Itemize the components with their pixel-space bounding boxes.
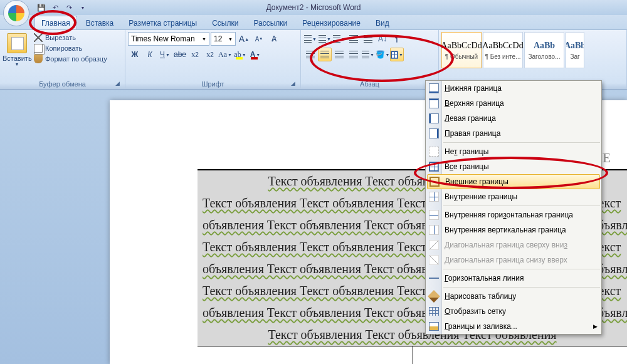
numbering-icon <box>319 35 326 43</box>
border-inside-icon <box>429 192 439 202</box>
font-size-combo[interactable]: 12▼ <box>211 32 236 46</box>
grow-font-button[interactable]: A▲ <box>237 32 251 46</box>
group-label-paragraph: Абзац◢ <box>303 79 436 89</box>
menu-border-all[interactable]: Все границы <box>426 159 601 174</box>
paste-label: Вставить <box>3 55 31 62</box>
border-diag-up-icon <box>429 255 439 265</box>
border-bottom-icon <box>429 83 439 93</box>
tab-review[interactable]: Рецензирование <box>296 16 367 29</box>
clipboard-dialog-launcher[interactable]: ◢ <box>113 80 121 88</box>
redo-icon[interactable]: ↷ <box>64 3 74 13</box>
qat-customize-icon[interactable]: ▼ <box>78 3 88 13</box>
menu-view-gridlines[interactable]: Отобразить сетку <box>426 304 601 319</box>
paste-icon <box>7 33 27 53</box>
increase-indent-button[interactable] <box>361 32 375 46</box>
menu-separator <box>443 269 600 269</box>
highlight-button[interactable]: ab▼ <box>233 48 247 61</box>
align-center-icon <box>320 51 329 58</box>
subscript-button[interactable]: x2 <box>188 48 202 61</box>
cut-button[interactable]: Вырезать <box>34 33 107 42</box>
justify-button[interactable] <box>347 48 361 61</box>
group-label-clipboard: Буфер обмена◢ <box>3 79 122 89</box>
shading-button[interactable]: 🪣▼ <box>376 48 389 61</box>
line-spacing-icon <box>362 51 369 58</box>
menu-border-none[interactable]: Нет границы <box>426 144 601 159</box>
menu-separator <box>443 205 600 206</box>
tab-mailings[interactable]: Рассылки <box>247 16 293 29</box>
ribbon-tabs: Главная Вставка Разметка страницы Ссылки… <box>0 15 627 30</box>
cut-icon <box>34 33 43 42</box>
style-no-spacing[interactable]: AaBbCcDd¶ Без инте... <box>483 32 523 68</box>
menu-border-inside-v[interactable]: Внутренняя вертикальная граница <box>426 222 601 237</box>
numbering-button[interactable]: ▼ <box>318 32 332 46</box>
outdent-icon <box>349 35 358 43</box>
font-dialog-launcher[interactable]: ◢ <box>289 80 297 88</box>
border-left-icon <box>429 113 439 123</box>
copy-icon <box>34 44 43 53</box>
format-painter-button[interactable]: Формат по образцу <box>34 55 107 63</box>
paste-button[interactable]: Вставить ▼ <box>3 32 31 66</box>
menu-border-diag-down: Диагональная граница сверху вниз <box>426 237 601 252</box>
tab-references[interactable]: Ссылки <box>206 16 245 29</box>
align-center-button[interactable] <box>318 48 332 61</box>
group-label-font: Шрифт◢ <box>128 79 298 89</box>
underline-button[interactable]: Ч▼ <box>158 48 172 61</box>
borders-button[interactable]: ▼ <box>390 48 404 61</box>
align-left-icon <box>306 51 315 58</box>
decrease-indent-button[interactable] <box>347 32 361 46</box>
grid-icon <box>429 307 439 316</box>
menu-border-top[interactable]: Верхняя граница <box>426 96 601 111</box>
window-title: Документ2 - Microsoft Word <box>266 3 361 12</box>
menu-border-inside[interactable]: Внутренние границы <box>426 189 601 204</box>
style-heading1[interactable]: AaBbЗаголово... <box>524 32 564 68</box>
menu-border-right[interactable]: Правая граница <box>426 126 601 141</box>
bullets-button[interactable]: ▼ <box>303 32 317 46</box>
font-name-combo[interactable]: Times New Roman▼ <box>128 32 209 46</box>
office-button[interactable] <box>3 0 29 26</box>
tab-view[interactable]: Вид <box>369 16 396 29</box>
italic-button[interactable]: К <box>143 48 157 61</box>
menu-draw-table[interactable]: Нарисовать таблицу <box>426 289 601 304</box>
hline-icon <box>429 278 439 279</box>
show-marks-button[interactable]: ¶ <box>390 32 404 46</box>
borders-icon <box>391 51 398 59</box>
align-left-button[interactable] <box>303 48 317 61</box>
align-right-button[interactable] <box>332 48 346 61</box>
menu-border-outside[interactable]: Внешние границы <box>427 174 600 189</box>
border-inside-h-icon <box>429 210 439 220</box>
office-logo-icon <box>8 5 24 21</box>
shrink-font-button[interactable]: A▼ <box>252 32 266 46</box>
align-right-icon <box>335 51 344 58</box>
save-icon[interactable]: 💾 <box>36 3 46 13</box>
border-right-icon <box>429 128 439 138</box>
menu-border-left[interactable]: Левая граница <box>426 111 601 126</box>
sort-button[interactable]: A↓ <box>376 32 389 46</box>
border-top-icon <box>429 98 439 108</box>
menu-separator <box>443 287 600 288</box>
multilevel-list-button[interactable]: ▼ <box>332 32 346 46</box>
font-color-button[interactable]: A▼ <box>248 48 262 61</box>
brush-icon <box>34 55 43 63</box>
clear-formatting-button[interactable]: A̷ <box>267 32 281 46</box>
menu-borders-and-shading[interactable]: Границы и заливка...▶ <box>426 319 601 334</box>
style-heading2[interactable]: AaBbЗаг <box>566 32 584 68</box>
tab-page-layout[interactable]: Разметка страницы <box>122 16 203 29</box>
menu-border-inside-h[interactable]: Внутренняя горизонтальная граница <box>426 207 601 222</box>
change-case-button[interactable]: Aa▼ <box>218 48 232 61</box>
border-all-icon <box>429 162 439 172</box>
line-spacing-button[interactable]: ▼ <box>361 48 375 61</box>
menu-horizontal-line[interactable]: Горизонтальная линия <box>426 271 601 286</box>
menu-border-diag-up: Диагональная граница снизу вверх <box>426 252 601 268</box>
undo-icon[interactable]: ↶ <box>50 3 60 13</box>
style-normal[interactable]: AaBbCcDd¶ Обычный <box>441 32 482 68</box>
tab-home[interactable]: Главная <box>34 16 77 29</box>
group-font: Times New Roman▼ 12▼ A▲ A▼ A̷ Ж К Ч▼ abe… <box>125 30 301 89</box>
strikethrough-button[interactable]: abe <box>173 48 187 61</box>
tab-insert[interactable]: Вставка <box>80 16 120 29</box>
menu-border-bottom[interactable]: Нижняя граница <box>426 81 601 96</box>
superscript-button[interactable]: x2 <box>203 48 217 61</box>
indent-icon <box>364 35 372 43</box>
copy-button[interactable]: Копировать <box>34 44 107 53</box>
bold-button[interactable]: Ж <box>128 48 142 61</box>
border-none-icon <box>429 147 439 157</box>
